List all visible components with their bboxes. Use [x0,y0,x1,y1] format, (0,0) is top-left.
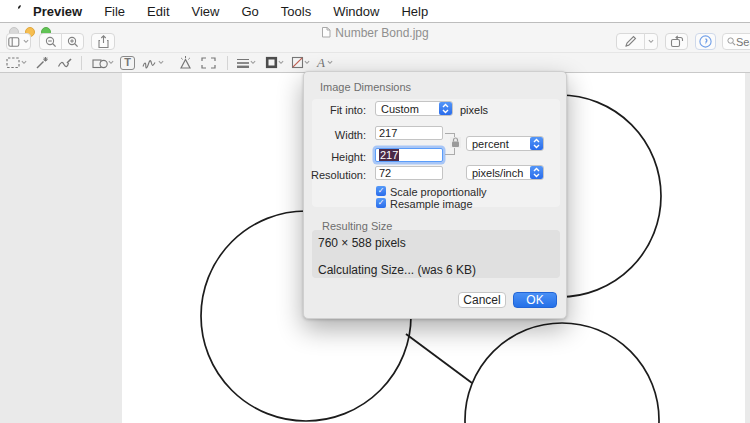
fit-into-unit: pixels [460,104,488,116]
search-field[interactable] [722,33,750,50]
sketch-tool-button[interactable] [56,54,72,72]
rotate-icon [670,35,684,48]
image-dimensions-dialog: Image Dimensions Fit into: Custom pixels… [303,71,567,319]
stepper-icon [530,137,543,150]
adjust-size-button[interactable] [200,54,216,72]
dimension-unit-value: percent [472,138,509,150]
text-tool-icon: T [124,57,131,68]
menu-item-help[interactable]: Help [390,4,439,19]
zoom-in-icon [67,36,79,48]
border-color-icon [265,56,278,69]
resolution-unit-popup[interactable]: pixels/inch [466,165,544,180]
fit-into-value: Custom [381,103,419,115]
shape-style-button[interactable] [235,54,257,72]
text-tool-button[interactable]: T [120,56,135,70]
stepper-icon [530,166,543,179]
search-icon [727,37,736,46]
width-input[interactable] [375,126,443,140]
zoom-out-button[interactable] [40,33,61,50]
markup-toolbar-icon [699,35,712,48]
shapes-tool-button[interactable] [90,54,116,72]
apple-menu[interactable] [10,4,24,18]
search-input[interactable] [736,36,750,48]
selected-text: 217 [379,149,399,161]
toolbar-separator [81,56,82,70]
shapes-icon [92,57,108,69]
menu-item-go[interactable]: Go [230,4,269,19]
shape-style-icon [236,57,250,69]
chevron-down-icon [278,60,284,65]
zoom-out-icon [45,36,57,48]
sidebar-toggle-button[interactable] [6,33,31,50]
text-style-button[interactable]: A [315,54,335,72]
chevron-down-icon [648,39,654,44]
apple-icon [11,4,23,18]
ok-button[interactable]: OK [513,292,557,308]
adjust-size-icon [201,57,216,69]
border-color-button[interactable] [263,54,285,72]
menu-item-preview[interactable]: Preview [24,4,93,19]
markup-toolbar: T A [0,52,750,73]
resolution-label: Resolution: [304,169,366,181]
document-icon [321,27,331,41]
lock-icon [450,137,461,148]
markup-toolbar-toggle-button[interactable] [695,33,716,50]
width-label: Width: [304,129,366,141]
preview-app-screen: Preview File Edit View Go Tools Window H… [0,0,750,423]
chevron-down-icon [304,60,310,65]
chevron-down-icon [23,39,29,44]
toolbar-separator [227,56,228,70]
stepper-icon [439,102,452,115]
resolution-unit-value: pixels/inch [472,167,523,179]
chevron-down-icon [250,60,256,65]
chevron-down-icon [108,60,114,65]
fit-into-popup[interactable]: Custom [375,101,453,116]
adjust-color-button[interactable] [177,54,193,72]
sign-tool-button[interactable] [141,54,165,72]
menu-item-window[interactable]: Window [322,4,390,19]
magic-wand-icon [35,56,49,70]
markup-pencil-group [616,33,658,50]
scale-proportionally-checkbox[interactable]: ✓ [376,186,386,196]
height-input[interactable]: 217 [375,148,443,162]
resolution-input[interactable] [375,166,443,180]
sidebar-icon [8,37,21,47]
menu-bar: Preview File Edit View Go Tools Window H… [0,0,750,22]
height-label: Height: [304,151,366,163]
instant-alpha-button[interactable] [34,54,50,72]
resulting-filesize-status: Calculating Size... (was 6 KB) [318,263,476,277]
chevron-down-icon [327,60,333,65]
fill-color-button[interactable] [289,54,311,72]
fill-color-icon [291,56,304,69]
signature-icon [142,57,158,69]
text-style-icon: A [317,56,325,69]
zoom-in-button[interactable] [61,33,83,50]
zoom-segmented-control [39,33,84,50]
resample-image-label: Resample image [390,198,473,210]
selection-tool-button[interactable] [4,54,28,72]
menu-item-view[interactable]: View [181,4,231,19]
resulting-dimensions: 760 × 588 pixels [318,236,406,250]
markup-pencil-button[interactable] [617,33,644,50]
menu-item-edit[interactable]: Edit [136,4,180,19]
fit-into-label: Fit into: [304,104,366,116]
dimension-unit-popup[interactable]: percent [466,136,544,151]
menu-item-file[interactable]: File [93,4,136,19]
adjust-color-icon [178,56,193,69]
scale-proportionally-label: Scale proportionally [390,186,487,198]
cancel-button[interactable]: Cancel [458,292,506,308]
sketch-icon [57,56,72,69]
chevron-down-icon [158,60,164,65]
dialog-title: Image Dimensions [320,81,411,93]
menu-item-tools[interactable]: Tools [270,4,322,19]
selection-icon [6,57,21,69]
rotate-left-button[interactable] [665,33,688,50]
resample-image-checkbox[interactable]: ✓ [376,198,386,208]
window-titlebar: Number Bond.jpg [0,22,750,52]
chevron-down-icon [21,60,27,65]
share-button[interactable] [91,33,115,50]
markup-pencil-dropdown[interactable] [644,33,657,50]
share-icon [98,35,109,48]
pencil-icon [624,35,637,48]
